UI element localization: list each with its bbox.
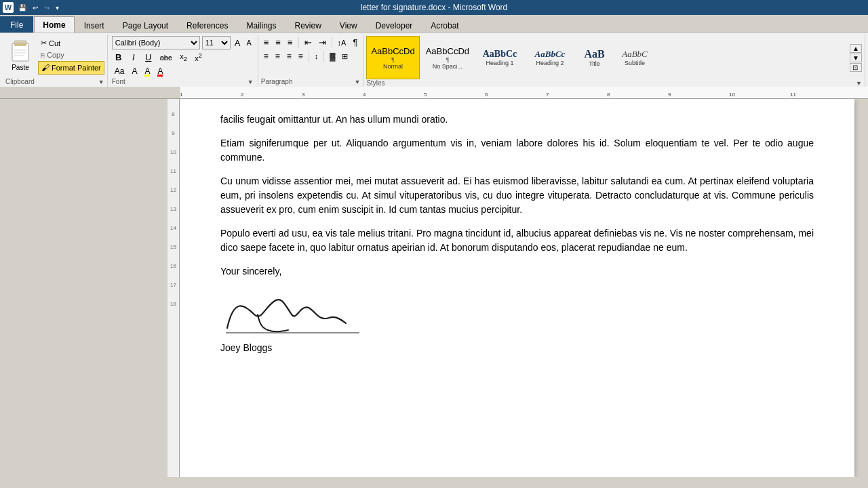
strikethrough-button[interactable]: abc: [157, 52, 176, 63]
paste-label: Paste: [12, 64, 29, 71]
change-case-button[interactable]: Aa: [112, 65, 127, 77]
style-heading1-preview: AaBbCc: [483, 49, 517, 60]
underline-button[interactable]: U: [142, 51, 155, 64]
tab-developer[interactable]: Developer: [367, 18, 422, 33]
increase-indent-button[interactable]: ⇥: [316, 36, 329, 49]
font-group-footer: Font ▼: [112, 78, 254, 85]
decrease-font-size-button[interactable]: A: [244, 37, 253, 48]
style-heading2-label: Heading 2: [536, 60, 564, 66]
style-normal[interactable]: AaBbCcDd ¶ Normal: [366, 36, 419, 79]
font-color-button[interactable]: A: [155, 65, 165, 77]
font-expand-icon[interactable]: ▼: [248, 79, 254, 85]
svg-rect-2: [14, 43, 26, 46]
svg-text:3: 3: [302, 92, 305, 98]
paragraph-4: Populo everti ad usu, ea vis tale melius…: [220, 226, 814, 255]
styles-scroll-up[interactable]: ▲ ▼ ⊡: [850, 44, 862, 72]
font-group-label: Font: [112, 78, 125, 85]
style-no-spacing[interactable]: AaBbCcDd ¶ No Spaci...: [421, 36, 474, 79]
tab-view[interactable]: View: [331, 18, 366, 33]
numbering-button[interactable]: ≡: [273, 36, 283, 49]
style-subtitle-label: Subtitle: [625, 60, 645, 66]
vertical-ruler: 8 9 10 11 12 13 14 15 16 17 18: [167, 99, 180, 477]
signer-name: Joey Bloggs: [220, 341, 814, 355]
align-center-button[interactable]: ≡: [273, 50, 283, 62]
style-normal-label: Normal: [383, 63, 403, 70]
paragraph-expand-icon[interactable]: ▼: [354, 79, 360, 85]
paste-icon-svg: [9, 38, 32, 64]
text-highlight-button[interactable]: A: [142, 65, 153, 77]
cut-label: Cut: [49, 39, 60, 47]
undo-button[interactable]: ↩: [31, 3, 40, 12]
clipboard-small-buttons: ✂ Cut ⎘ Copy 🖌 Format Painter: [38, 36, 104, 75]
shading-button[interactable]: ▓: [327, 51, 338, 62]
styles-up-arrow[interactable]: ▲: [850, 44, 862, 53]
quick-access-dropdown[interactable]: ▾: [54, 3, 61, 12]
style-title[interactable]: AaB Title: [576, 36, 613, 79]
cut-button[interactable]: ✂ Cut: [38, 37, 104, 49]
show-formatting-button[interactable]: ¶: [350, 36, 360, 49]
format-painter-label: Format Painter: [52, 64, 101, 72]
font-group: Calibri (Body) 11 A A B I U abc x2 x2 Aa…: [108, 35, 258, 87]
document-page[interactable]: facilis feugait omittantur ut. An has ul…: [180, 99, 854, 477]
styles-expand-icon[interactable]: ▼: [856, 80, 862, 87]
font-family-select[interactable]: Calibri (Body): [112, 36, 200, 49]
subscript-button[interactable]: x2: [177, 51, 191, 64]
paste-button[interactable]: Paste: [5, 36, 35, 73]
tab-file[interactable]: File: [0, 16, 33, 33]
redo-button[interactable]: ↪: [42, 3, 52, 12]
italic-button[interactable]: I: [127, 51, 140, 64]
alignment-row: ≡ ≡ ≡ ≡ ↕ ▓ ⊞: [261, 50, 361, 62]
tab-home[interactable]: Home: [34, 16, 74, 33]
styles-group-footer: Styles ▼: [366, 79, 862, 87]
separator2: [332, 37, 332, 48]
align-right-button[interactable]: ≡: [284, 50, 294, 62]
vruler-17: 17: [170, 275, 176, 294]
copy-button[interactable]: ⎘ Copy: [38, 49, 104, 60]
style-heading2[interactable]: AaBbCc Heading 2: [526, 36, 574, 79]
bold-button[interactable]: B: [112, 51, 125, 64]
line-spacing-button[interactable]: ↕: [312, 51, 321, 62]
tab-page-layout[interactable]: Page Layout: [114, 18, 177, 33]
clipboard-expand-icon[interactable]: ▼: [98, 79, 104, 85]
sort-button[interactable]: ↕A: [335, 37, 349, 48]
tab-insert[interactable]: Insert: [75, 18, 113, 33]
vruler-18: 18: [170, 294, 176, 313]
vruler-11: 11: [170, 161, 176, 180]
font-size-select[interactable]: 11: [202, 36, 231, 49]
style-normal-indicator: ¶: [391, 56, 395, 63]
clear-formatting-button[interactable]: A: [129, 65, 140, 77]
signature-area: Joey Bloggs: [220, 284, 814, 355]
save-button[interactable]: 💾: [16, 3, 28, 12]
tab-review[interactable]: Review: [285, 18, 330, 33]
tab-mailings[interactable]: Mailings: [237, 18, 285, 33]
title-bar: W 💾 ↩ ↪ ▾ letter for signature.docx - Mi…: [0, 0, 868, 15]
decrease-indent-button[interactable]: ⇤: [302, 36, 315, 49]
styles-group: AaBbCcDd ¶ Normal AaBbCcDd ¶ No Spaci...…: [363, 35, 865, 87]
styles-group-label: Styles: [366, 79, 384, 87]
format-painter-button[interactable]: 🖌 Format Painter: [38, 61, 104, 75]
style-subtitle[interactable]: AaBbC Subtitle: [614, 36, 655, 79]
paste-icon: [9, 38, 32, 64]
vruler-16: 16: [170, 256, 176, 275]
superscript-button[interactable]: x2: [192, 51, 205, 64]
style-title-preview: AaB: [584, 48, 604, 60]
style-no-spacing-indicator: ¶: [446, 56, 449, 63]
styles-down-arrow[interactable]: ▼: [850, 54, 862, 62]
multilevel-list-button[interactable]: ≡: [285, 36, 296, 49]
svg-text:10: 10: [729, 92, 735, 98]
align-left-button[interactable]: ≡: [261, 50, 271, 62]
paragraph-3: Cu unum vidisse assentior mei, mei mutat…: [220, 174, 814, 217]
style-heading1[interactable]: AaBbCc Heading 1: [475, 36, 524, 79]
bullets-button[interactable]: ≡: [261, 36, 272, 49]
styles-more-arrow[interactable]: ⊡: [850, 63, 862, 72]
justify-button[interactable]: ≡: [296, 50, 306, 62]
ribbon-tab-bar: File Home Insert Page Layout References …: [0, 15, 868, 33]
style-no-spacing-preview: AaBbCcDd: [426, 46, 469, 56]
borders-button[interactable]: ⊞: [339, 51, 351, 62]
clipboard-top: Paste ✂ Cut ⎘ Copy 🖌 Format Painter: [5, 36, 104, 78]
tab-references[interactable]: References: [178, 18, 237, 33]
increase-font-size-button[interactable]: A: [233, 37, 243, 49]
vruler-12: 12: [170, 180, 176, 199]
tab-acrobat[interactable]: Acrobat: [422, 18, 467, 33]
list-row: ≡ ≡ ≡ ⇤ ⇥ ↕A ¶: [261, 36, 361, 49]
